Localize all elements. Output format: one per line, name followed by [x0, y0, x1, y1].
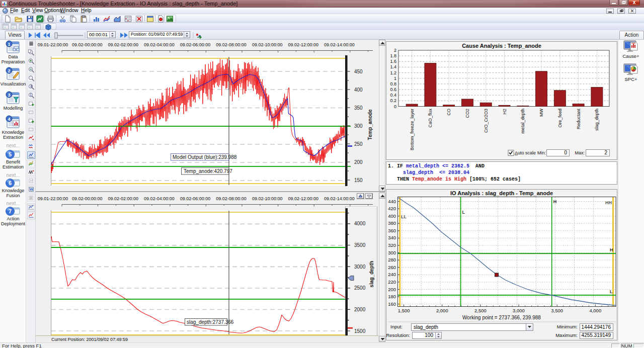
svg-text:IO Analysis : slag_depth - Tem: IO Analysis : slag_depth - Temp_anode — [450, 190, 553, 196]
svg-text:Resolution:: Resolution: — [386, 332, 410, 338]
svg-text:3,000: 3,000 — [513, 308, 525, 313]
svg-text:180: 180 — [388, 294, 396, 299]
svg-text:HH: HH — [605, 200, 612, 205]
svg-text:260: 260 — [388, 265, 396, 270]
svg-text:LL: LL — [401, 214, 407, 219]
svg-text:L: L — [610, 289, 613, 294]
svg-text:H: H — [553, 199, 557, 204]
svg-text:320: 320 — [388, 242, 396, 248]
svg-text:Maximum:: Maximum: — [555, 332, 578, 338]
svg-text:360: 360 — [388, 228, 396, 233]
svg-text:440: 440 — [388, 199, 396, 204]
svg-text:3,500: 3,500 — [551, 308, 563, 313]
svg-text:L: L — [462, 210, 465, 215]
svg-text:280: 280 — [388, 257, 396, 263]
svg-text:340: 340 — [388, 235, 396, 240]
svg-text:Working point = 2737.366, 239.: Working point = 2737.366, 239.988 — [462, 315, 541, 320]
svg-text:160: 160 — [388, 301, 396, 307]
svg-text:4,000: 4,000 — [589, 308, 601, 313]
svg-text:Input:: Input: — [390, 324, 403, 329]
svg-text:220: 220 — [388, 279, 396, 285]
svg-text:420: 420 — [388, 206, 396, 211]
svg-text:H: H — [610, 247, 613, 252]
svg-text:1,500: 1,500 — [398, 308, 410, 313]
svg-text:400: 400 — [388, 213, 396, 219]
svg-text:2,500: 2,500 — [474, 308, 487, 313]
svg-text:Minimum:: Minimum: — [557, 324, 578, 329]
svg-text:300: 300 — [388, 250, 396, 255]
svg-text:380: 380 — [388, 220, 396, 226]
svg-text:2,000: 2,000 — [436, 308, 448, 313]
svg-text:240: 240 — [388, 272, 396, 277]
svg-text:200: 200 — [388, 287, 396, 292]
